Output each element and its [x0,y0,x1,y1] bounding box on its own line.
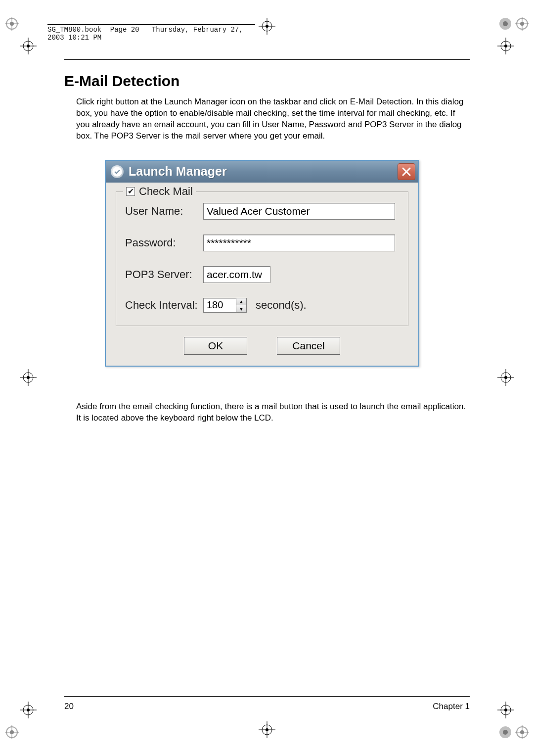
password-label: Password: [125,236,203,249]
svg-point-9 [503,21,508,26]
dialog-title: Launch Manager [129,164,398,179]
print-filename: SG_TM800.book [47,26,102,34]
interval-unit-label: second(s). [256,299,307,312]
check-mail-groupbox: ✔ Check Mail User Name: Password: POP3 S… [116,191,408,326]
pop3-label: POP3 Server: [125,268,203,281]
pop3-server-input[interactable] [203,266,270,283]
registration-mark-icon [5,17,19,31]
interval-label: Check Interval: [125,299,203,312]
registration-mark-icon [5,725,19,739]
user-name-label: User Name: [125,205,203,218]
crosshair-icon [497,38,514,54]
top-rule [64,59,470,60]
chapter-label: Chapter 1 [433,702,470,711]
checkmark-icon: ✔ [128,188,134,195]
launch-manager-dialog: Launch Manager ✔ Check Mail User Name: [105,160,419,367]
interval-spinner[interactable]: ▲ ▼ [203,298,247,313]
svg-point-19 [503,730,508,735]
crosshair-icon [497,702,514,718]
registration-mark-icon [515,725,529,739]
close-button[interactable] [398,163,415,180]
section-heading: E-Mail Detection [64,73,470,90]
dialog-titlebar[interactable]: Launch Manager [106,161,418,183]
registration-mark-icon [498,725,512,739]
user-name-input[interactable] [203,203,395,220]
ok-button[interactable]: OK [184,337,247,355]
registration-mark-icon [498,17,512,31]
intro-paragraph: Click right button at the Launch Manager… [76,96,470,142]
crosshair-icon [20,702,37,718]
page-number: 20 [64,702,74,711]
registration-mark-icon [515,17,529,31]
spin-down-button[interactable]: ▼ [236,305,246,312]
crosshair-icon [259,721,275,738]
crosshair-icon [20,38,37,54]
check-mail-label: Check Mail [139,185,193,198]
app-icon [111,165,124,178]
crosshair-icon [497,369,514,386]
check-mail-checkbox[interactable]: ✔ [126,187,135,196]
print-header: SG_TM800.book Page 20 Thursday, February… [47,24,255,33]
interval-input[interactable] [203,298,236,313]
page-footer: 20 Chapter 1 [64,696,470,711]
print-page-info: Page 20 [110,26,139,34]
closing-paragraph: Aside from the email checking function, … [76,401,470,424]
password-input[interactable] [203,235,395,251]
cancel-button[interactable]: Cancel [277,337,340,355]
check-mail-legend: ✔ Check Mail [123,185,196,198]
spin-up-button[interactable]: ▲ [236,298,246,306]
crosshair-icon [259,18,275,35]
crosshair-icon [20,369,37,386]
